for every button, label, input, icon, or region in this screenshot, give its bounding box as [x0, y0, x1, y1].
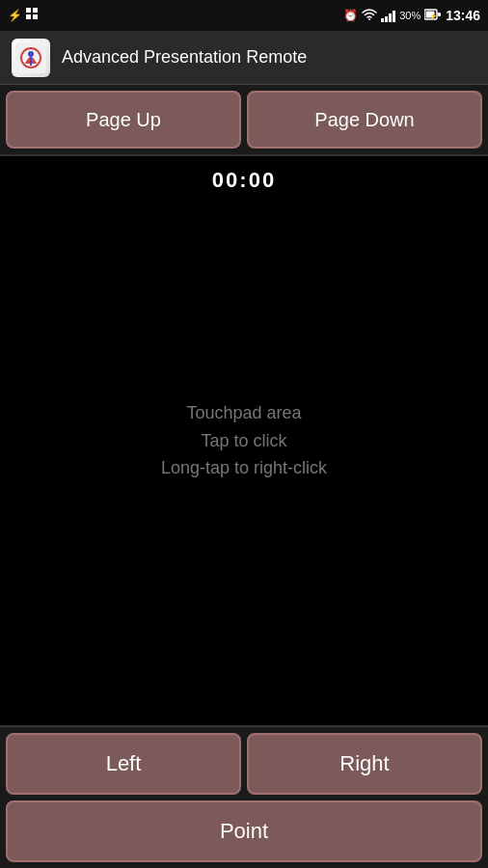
touchpad-hint-line2: Tap to click [161, 427, 327, 455]
signal-icon [381, 9, 395, 22]
left-button[interactable]: Left [6, 733, 241, 795]
touchpad-hint: Touchpad area Tap to click Long-tap to r… [161, 399, 327, 482]
svg-text:⚡: ⚡ [429, 12, 438, 20]
svg-rect-0 [26, 8, 31, 13]
page-up-button[interactable]: Page Up [6, 91, 241, 149]
app-title-text: Advanced Presentation Remote [62, 47, 307, 68]
right-button[interactable]: Right [247, 733, 482, 795]
point-button[interactable]: Point [6, 800, 482, 862]
svg-rect-3 [33, 14, 38, 19]
svg-rect-1 [33, 8, 38, 13]
page-down-button[interactable]: Page Down [247, 91, 482, 149]
lr-button-row: Left Right [6, 733, 482, 795]
touchpad-hint-line3: Long-tap to right-click [161, 454, 327, 482]
touchpad-hint-line1: Touchpad area [161, 399, 327, 427]
svg-point-11 [28, 51, 34, 57]
app-icon [12, 39, 50, 77]
bottom-controls: Left Right Point [0, 727, 488, 868]
status-bar-left: ⚡ [8, 8, 40, 24]
touchpad-area[interactable]: 00:00 Touchpad area Tap to click Long-ta… [0, 154, 488, 727]
usb-icon: ⚡ [8, 9, 22, 22]
battery-percentage: 30% [399, 10, 420, 21]
wifi-icon [362, 8, 377, 24]
alarm-icon: ⏰ [343, 9, 358, 22]
title-bar: Advanced Presentation Remote [0, 31, 488, 85]
charging-icon: ⚡ [424, 8, 442, 24]
status-bar-right: ⏰ 30% ⚡ 13 [343, 8, 480, 24]
grid-icon [26, 8, 40, 24]
status-bar: ⚡ ⏰ [0, 0, 488, 31]
svg-rect-7 [438, 13, 441, 16]
timer-display: 00:00 [212, 168, 276, 193]
top-button-row: Page Up Page Down [0, 85, 488, 154]
svg-point-4 [368, 18, 370, 20]
svg-rect-2 [26, 14, 31, 19]
status-time: 13:46 [446, 8, 480, 23]
